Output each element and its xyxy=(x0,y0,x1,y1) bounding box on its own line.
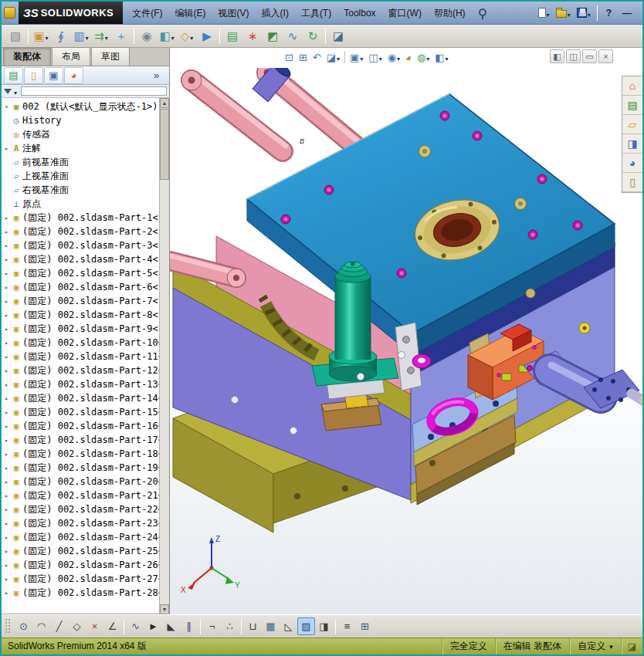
tree-root[interactable]: ▾002 (默认<默认_显示状态-1>) xyxy=(2,100,159,113)
appearances-icon[interactable]: ◕ xyxy=(622,154,642,173)
expander-icon[interactable]: ▸ xyxy=(3,548,10,555)
menu-insert[interactable]: 插入(I) xyxy=(256,2,295,25)
tree-part-item[interactable]: ▸(固定) 002.sldasm-Part-23<1 xyxy=(2,516,159,530)
sketch-arrow-icon[interactable]: ► xyxy=(144,617,162,635)
tree-part-item[interactable]: ▸(固定) 002.sldasm-Part-8<1 xyxy=(2,308,159,322)
menu-window[interactable]: 窗口(W) xyxy=(382,2,428,25)
expander-icon[interactable]: ▸ xyxy=(3,520,10,527)
sketch-polygon-icon[interactable]: ◇ xyxy=(68,617,86,635)
move-component-icon[interactable]: + xyxy=(111,26,131,46)
sketch-section-icon[interactable]: ◨ xyxy=(315,617,333,635)
menu-help[interactable]: 帮助(H) xyxy=(428,2,472,25)
tree-part-item[interactable]: ▸(固定) 002.sldasm-Part-5<1 xyxy=(2,266,159,280)
insert-components-icon[interactable]: ▣ xyxy=(31,26,51,46)
tab-layout[interactable]: 布局 xyxy=(52,47,90,66)
help-button[interactable]: ? xyxy=(602,5,616,22)
filter-caret[interactable] xyxy=(13,84,17,98)
split-view-icon[interactable]: ◫ xyxy=(566,49,581,63)
expander-icon[interactable]: ▸ xyxy=(3,228,10,235)
expander-icon[interactable]: ▸ xyxy=(3,423,10,430)
bill-of-materials-icon[interactable]: ▤ xyxy=(222,26,242,46)
scroll-up-icon[interactable] xyxy=(160,98,169,108)
tree-part-item[interactable]: ▸(固定) 002.sldasm-Part-21<1 xyxy=(2,489,159,502)
resources-home-icon[interactable]: ⌂ xyxy=(622,76,642,96)
tree-scrollbar[interactable] xyxy=(159,98,169,614)
open-document-icon[interactable] xyxy=(554,5,573,22)
tree-part-item[interactable]: ▸(固定) 002.sldasm-Part-24<1 xyxy=(2,530,159,544)
new-document-icon[interactable] xyxy=(536,5,552,22)
sketch-line-icon[interactable]: ╱ xyxy=(50,617,68,635)
tree-item[interactable]: 传感器 xyxy=(2,127,159,141)
expander-icon[interactable]: ▸ xyxy=(3,534,10,541)
hide-show-items-icon[interactable]: ◉ xyxy=(385,49,402,65)
expander-icon[interactable]: ▸ xyxy=(3,367,10,374)
minimize-view-icon[interactable]: ▭ xyxy=(582,49,597,63)
interference-detection-icon[interactable]: ◩ xyxy=(263,26,283,46)
configurationmanager-tab-icon[interactable]: ▣ xyxy=(44,67,63,84)
custom-properties-icon[interactable]: ▯ xyxy=(622,173,642,192)
sketch-angle-icon[interactable]: ∠ xyxy=(103,617,121,635)
tree-part-item[interactable]: ▸(固定) 002.sldasm-Part-1<1 xyxy=(2,211,159,225)
section-tool-icon[interactable]: ◪ xyxy=(328,26,348,46)
tree-part-item[interactable]: ▸(固定) 002.sldasm-Part-11<1 xyxy=(2,350,159,364)
model-canvas[interactable]: B xyxy=(170,68,642,614)
tab-sketch[interactable]: 草图 xyxy=(91,47,130,66)
curve-icon[interactable]: ∿ xyxy=(283,26,303,46)
previous-window-icon[interactable]: ◧ xyxy=(550,49,564,63)
scrollbar-track[interactable] xyxy=(160,181,169,604)
sketch-grid-icon[interactable]: ▦ xyxy=(262,617,280,635)
design-library-icon[interactable]: ▤ xyxy=(622,96,642,115)
shaded-sketch-icon[interactable]: ▨ xyxy=(297,617,315,635)
display-style-icon[interactable]: ◫ xyxy=(366,49,384,65)
view-orientation-icon[interactable]: ▣ xyxy=(347,49,365,65)
expander-icon[interactable]: ▸ xyxy=(3,478,10,485)
tree-item[interactable]: History xyxy=(2,113,159,127)
expander-icon[interactable]: ▸ xyxy=(3,409,10,416)
tree-part-item[interactable]: ▸(固定) 002.sldasm-Part-14<1 xyxy=(2,391,159,405)
tag-icon[interactable]: ◪ xyxy=(621,638,642,654)
expander-icon[interactable]: ▾ xyxy=(3,103,10,110)
expander-icon[interactable]: ▸ xyxy=(3,145,10,152)
tree-part-item[interactable]: ▸(固定) 002.sldasm-Part-17<1 xyxy=(2,433,159,447)
expander-icon[interactable]: ▸ xyxy=(3,381,10,388)
expander-icon[interactable]: ▸ xyxy=(3,270,10,277)
pin-icon[interactable] xyxy=(476,7,487,19)
file-explorer-icon[interactable]: ▱ xyxy=(622,115,642,134)
exploded-view-icon[interactable]: ∗ xyxy=(242,26,263,46)
sketch-table-icon[interactable]: ⊞ xyxy=(356,617,374,635)
sketch-corner-icon[interactable]: ◣ xyxy=(162,617,180,635)
menu-tools[interactable]: 工具(T) xyxy=(295,2,337,25)
tree-item[interactable]: ▸注解 xyxy=(2,141,159,155)
show-hidden-components-icon[interactable]: ◉ xyxy=(137,26,157,46)
expander-icon[interactable]: ▸ xyxy=(3,326,10,333)
tree-part-item[interactable]: ▸(固定) 002.sldasm-Part-18<1 xyxy=(2,447,159,461)
tree-item[interactable]: 前视基准面 xyxy=(2,155,159,169)
viewport[interactable]: ⊡⊞↶◪▣◫◉◕◍◧ ◧◫▭× xyxy=(170,48,642,614)
tree-part-item[interactable]: ▸(固定) 002.sldasm-Part-4<1 xyxy=(2,252,159,266)
sketch-corner-rect-icon[interactable]: ¬ xyxy=(203,617,221,635)
tree-part-item[interactable]: ▸(固定) 002.sldasm-Part-3<1 xyxy=(2,238,159,252)
mate-icon[interactable]: ∮ xyxy=(51,26,71,46)
expander-icon[interactable]: ▸ xyxy=(3,451,10,458)
tree-part-item[interactable]: ▸(固定) 002.sldasm-Part-28<1 xyxy=(2,586,159,600)
sketch-trim-icon[interactable]: × xyxy=(86,617,103,635)
expander-icon[interactable]: ▸ xyxy=(3,395,10,402)
tab-assembly[interactable]: 装配体 xyxy=(3,47,51,66)
smart-fasteners-icon[interactable]: ⇉ xyxy=(91,26,111,46)
expander-icon[interactable]: ▸ xyxy=(3,506,10,513)
zoom-area-icon[interactable]: ⊞ xyxy=(297,49,310,65)
expander-icon[interactable]: ▸ xyxy=(3,492,10,499)
new-motion-study-icon[interactable]: ▶ xyxy=(197,26,217,46)
expander-icon[interactable]: ▸ xyxy=(3,256,10,263)
tree-part-item[interactable]: ▸(固定) 002.sldasm-Part-12<1 xyxy=(2,364,159,377)
toolbar-grip[interactable] xyxy=(5,619,11,634)
previous-view-icon[interactable]: ↶ xyxy=(310,49,324,65)
sketch-parallel-icon[interactable]: ∥ xyxy=(180,617,198,635)
tree-part-item[interactable]: ▸(固定) 002.sldasm-Part-26<1 xyxy=(2,558,159,572)
tree-part-item[interactable]: ▸(固定) 002.sldasm-Part-15<1 xyxy=(2,405,159,419)
propertymanager-tab-icon[interactable]: ▯ xyxy=(24,67,43,84)
featuremanager-tab-icon[interactable]: ▤ xyxy=(4,67,23,84)
close-view-icon[interactable]: × xyxy=(598,49,613,63)
tree-part-item[interactable]: ▸(固定) 002.sldasm-Part-25<1 xyxy=(2,544,159,558)
sketch-spline-icon[interactable]: ∿ xyxy=(127,617,144,635)
